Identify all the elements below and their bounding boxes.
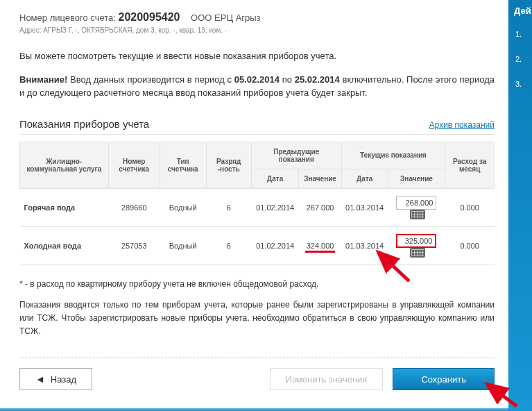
cell-curr-date: 01.03.2014 (341, 188, 388, 226)
cell-curr-date: 01.03.2014 (341, 226, 388, 265)
th-service: Жилищно-коммунальная услуга (20, 142, 109, 188)
edit-button: Изменить значения (270, 368, 384, 390)
separator (19, 358, 495, 358)
cell-meter-no: 289660 (108, 188, 160, 226)
cell-meter-type: Водный (160, 226, 206, 265)
address-label: Адрес: (19, 26, 41, 34)
cell-prev-date: 01.02.2014 (251, 226, 299, 265)
warning-label: Внимание! (19, 74, 67, 85)
back-button[interactable]: ◄ Назад (19, 368, 92, 390)
keyboard-icon[interactable] (410, 248, 425, 258)
section-title: Показания приборов учета (19, 118, 149, 130)
save-button-label: Сохранить (421, 374, 466, 385)
intro-text: Вы можете посмотреть текущие и ввести но… (19, 49, 495, 63)
th-prev-group: Предыдущие показания (251, 142, 341, 169)
sidebar-step-2[interactable]: 2. (508, 47, 532, 72)
th-curr-value: Значение (388, 169, 445, 188)
button-row: ◄ Назад Изменить значения Сохранить (19, 368, 495, 390)
archive-link[interactable]: Архив показаний (429, 120, 495, 130)
th-curr-group: Текущие показания (341, 142, 445, 169)
meters-section-header: Показания приборов учета Архив показаний (19, 118, 495, 135)
account-label: Номер лицевого счета: (19, 12, 116, 23)
cell-prev-date: 01.02.2014 (251, 188, 299, 226)
bottom-border (0, 408, 508, 411)
sidebar-title: Дей (508, 6, 532, 22)
cell-digits: 6 (206, 226, 251, 265)
cell-digits: 6 (206, 188, 251, 226)
th-prev-value: Значение (299, 169, 341, 188)
address-value: АГРЫЗ Г, -, ОКТЯБРЬСКАЯ, дом 3, кор. -, … (43, 26, 227, 34)
save-button[interactable]: Сохранить (393, 368, 495, 390)
value-input[interactable] (396, 234, 436, 248)
table-row: Холодная вода257053Водный601.02.2014324.… (20, 226, 495, 265)
edit-button-label: Изменить значения (286, 374, 368, 385)
cell-usage: 0.000 (445, 188, 495, 226)
back-arrow-icon: ◄ (35, 374, 45, 385)
main-content: Номер лицевого счета: 2020095420 ООО ЕРЦ… (0, 0, 508, 404)
th-prev-date: Дата (251, 169, 299, 188)
sidebar-step-3[interactable]: 3. (508, 72, 532, 97)
address-line: Адрес: АГРЫЗ Г, -, ОКТЯБРЬСКАЯ, дом 3, к… (19, 26, 495, 34)
cell-curr-value (388, 226, 445, 265)
account-number: 2020095420 (119, 11, 180, 23)
th-meter-no: Номер счетчика (108, 142, 160, 188)
th-curr-date: Дата (341, 169, 388, 188)
th-usage: Расход за месяц (445, 142, 495, 188)
cell-usage: 0.000 (445, 226, 495, 265)
table-row: Горячая вода289660Водный601.02.2014267.0… (20, 188, 495, 226)
cell-prev-value: 267.000 (299, 188, 341, 226)
cell-meter-type: Водный (160, 188, 206, 226)
cell-service: Холодная вода (20, 226, 109, 265)
cell-curr-value (388, 188, 445, 226)
sidebar-step-1[interactable]: 1. (508, 22, 532, 47)
keyboard-icon[interactable] (410, 210, 425, 219)
warning-block: Внимание! Ввод данных производится в пер… (19, 73, 495, 100)
warning-date-to: 25.02.2014 (295, 74, 340, 85)
account-org: ООО ЕРЦ Агрыз (191, 12, 260, 23)
meters-table: Жилищно-коммунальная услуга Номер счетчи… (19, 142, 495, 265)
cell-prev-value: 324.000 (299, 226, 341, 265)
warning-date-from: 05.02.2014 (234, 74, 280, 85)
account-header: Номер лицевого счета: 2020095420 ООО ЕРЦ… (19, 11, 495, 24)
cell-meter-no: 257053 (108, 226, 160, 265)
info-text: Показания вводятся только по тем прибора… (19, 299, 495, 339)
back-button-label: Назад (51, 374, 76, 385)
right-sidebar: Дей 1. 2. 3. (508, 0, 532, 411)
cell-service: Горячая вода (20, 188, 109, 226)
th-digits: Разряд -ность (206, 142, 251, 188)
value-input[interactable] (396, 196, 436, 210)
footnote: * - в расход по квартирному прибору учет… (19, 279, 495, 289)
th-meter-type: Тип счетчика (160, 142, 206, 188)
